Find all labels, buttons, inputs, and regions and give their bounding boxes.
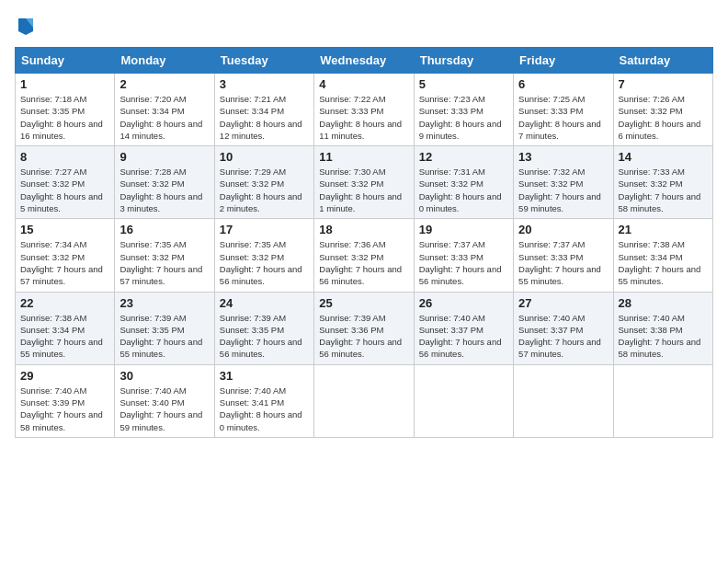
header-sunday: Sunday [16,48,115,74]
calendar-cell: 17Sunrise: 7:35 AM Sunset: 3:32 PM Dayli… [214,219,313,292]
day-info: Sunrise: 7:27 AM Sunset: 3:32 PM Dayligh… [20,166,109,214]
day-number: 15 [20,223,109,236]
day-info: Sunrise: 7:34 AM Sunset: 3:32 PM Dayligh… [20,238,109,287]
day-info: Sunrise: 7:26 AM Sunset: 3:32 PM Dayligh… [619,93,708,142]
calendar-cell: 27Sunrise: 7:40 AM Sunset: 3:37 PM Dayli… [514,292,613,364]
day-number: 30 [119,369,209,383]
day-number: 17 [220,223,309,236]
day-number: 27 [518,296,608,310]
day-number: 11 [319,150,408,164]
logo [15,15,35,40]
calendar-cell: 21Sunrise: 7:38 AM Sunset: 3:34 PM Dayli… [613,219,712,292]
day-info: Sunrise: 7:40 AM Sunset: 3:37 PM Dayligh… [419,312,508,361]
calendar-cell: 22Sunrise: 7:38 AM Sunset: 3:34 PM Dayli… [16,292,115,364]
calendar-week-1: 1Sunrise: 7:18 AM Sunset: 3:35 PM Daylig… [16,74,713,146]
day-info: Sunrise: 7:30 AM Sunset: 3:32 PM Dayligh… [319,166,408,214]
calendar-cell: 26Sunrise: 7:40 AM Sunset: 3:37 PM Dayli… [414,292,513,364]
day-number: 19 [419,223,508,236]
calendar-cell [613,364,712,437]
calendar-cell: 7Sunrise: 7:26 AM Sunset: 3:32 PM Daylig… [613,74,712,146]
day-info: Sunrise: 7:35 AM Sunset: 3:32 PM Dayligh… [119,238,209,287]
day-info: Sunrise: 7:38 AM Sunset: 3:34 PM Dayligh… [20,312,109,361]
day-info: Sunrise: 7:37 AM Sunset: 3:33 PM Dayligh… [419,238,508,287]
header-thursday: Thursday [414,48,513,74]
calendar-cell: 8Sunrise: 7:27 AM Sunset: 3:32 PM Daylig… [16,146,115,219]
calendar-cell: 11Sunrise: 7:30 AM Sunset: 3:32 PM Dayli… [314,146,414,219]
day-info: Sunrise: 7:22 AM Sunset: 3:33 PM Dayligh… [319,93,408,142]
day-number: 31 [220,369,309,383]
calendar-cell: 16Sunrise: 7:35 AM Sunset: 3:32 PM Dayli… [115,219,214,292]
day-number: 9 [119,150,209,164]
day-number: 4 [319,77,408,91]
calendar-cell: 31Sunrise: 7:40 AM Sunset: 3:41 PM Dayli… [214,364,313,437]
header [15,15,713,40]
day-info: Sunrise: 7:31 AM Sunset: 3:32 PM Dayligh… [419,166,508,214]
day-info: Sunrise: 7:35 AM Sunset: 3:32 PM Dayligh… [220,238,309,287]
day-number: 13 [518,150,608,164]
day-number: 12 [419,150,508,164]
calendar-cell: 9Sunrise: 7:28 AM Sunset: 3:32 PM Daylig… [115,146,214,219]
day-number: 28 [619,296,708,310]
header-tuesday: Tuesday [214,48,313,74]
calendar-cell [414,364,513,437]
calendar-cell: 25Sunrise: 7:39 AM Sunset: 3:36 PM Dayli… [314,292,414,364]
calendar-cell: 30Sunrise: 7:40 AM Sunset: 3:40 PM Dayli… [115,364,214,437]
calendar-cell: 28Sunrise: 7:40 AM Sunset: 3:38 PM Dayli… [613,292,712,364]
calendar-cell [514,364,613,437]
day-info: Sunrise: 7:36 AM Sunset: 3:32 PM Dayligh… [319,238,408,287]
day-info: Sunrise: 7:40 AM Sunset: 3:39 PM Dayligh… [20,385,109,433]
day-info: Sunrise: 7:40 AM Sunset: 3:37 PM Dayligh… [518,312,608,361]
day-info: Sunrise: 7:20 AM Sunset: 3:34 PM Dayligh… [119,93,209,142]
calendar-cell: 23Sunrise: 7:39 AM Sunset: 3:35 PM Dayli… [115,292,214,364]
calendar-cell: 15Sunrise: 7:34 AM Sunset: 3:32 PM Dayli… [16,219,115,292]
day-info: Sunrise: 7:38 AM Sunset: 3:34 PM Dayligh… [619,238,708,287]
day-info: Sunrise: 7:40 AM Sunset: 3:41 PM Dayligh… [220,385,309,433]
calendar-cell: 1Sunrise: 7:18 AM Sunset: 3:35 PM Daylig… [16,74,115,146]
day-number: 26 [419,296,508,310]
header-saturday: Saturday [613,48,712,74]
day-info: Sunrise: 7:39 AM Sunset: 3:35 PM Dayligh… [220,312,309,361]
calendar-cell: 2Sunrise: 7:20 AM Sunset: 3:34 PM Daylig… [115,74,214,146]
day-info: Sunrise: 7:23 AM Sunset: 3:33 PM Dayligh… [419,93,508,142]
day-info: Sunrise: 7:33 AM Sunset: 3:32 PM Dayligh… [619,166,708,214]
calendar-cell: 14Sunrise: 7:33 AM Sunset: 3:32 PM Dayli… [613,146,712,219]
day-info: Sunrise: 7:29 AM Sunset: 3:32 PM Dayligh… [220,166,309,214]
day-number: 20 [518,223,608,236]
calendar-week-5: 29Sunrise: 7:40 AM Sunset: 3:39 PM Dayli… [16,364,713,437]
calendar: SundayMondayTuesdayWednesdayThursdayFrid… [15,47,713,438]
calendar-cell [314,364,414,437]
calendar-week-4: 22Sunrise: 7:38 AM Sunset: 3:34 PM Dayli… [16,292,713,364]
calendar-cell: 24Sunrise: 7:39 AM Sunset: 3:35 PM Dayli… [214,292,313,364]
day-number: 6 [518,77,608,91]
day-info: Sunrise: 7:18 AM Sunset: 3:35 PM Dayligh… [20,93,109,142]
calendar-cell: 5Sunrise: 7:23 AM Sunset: 3:33 PM Daylig… [414,74,513,146]
calendar-week-2: 8Sunrise: 7:27 AM Sunset: 3:32 PM Daylig… [16,146,713,219]
day-info: Sunrise: 7:21 AM Sunset: 3:34 PM Dayligh… [220,93,309,142]
day-number: 5 [419,77,508,91]
day-number: 22 [20,296,109,310]
day-info: Sunrise: 7:37 AM Sunset: 3:33 PM Dayligh… [518,238,608,287]
day-info: Sunrise: 7:39 AM Sunset: 3:36 PM Dayligh… [319,312,408,361]
day-info: Sunrise: 7:25 AM Sunset: 3:33 PM Dayligh… [518,93,608,142]
header-friday: Friday [514,48,613,74]
calendar-header-row: SundayMondayTuesdayWednesdayThursdayFrid… [16,48,713,74]
day-number: 2 [119,77,209,91]
day-info: Sunrise: 7:40 AM Sunset: 3:38 PM Dayligh… [619,312,708,361]
day-number: 18 [319,223,408,236]
day-number: 14 [619,150,708,164]
calendar-cell: 29Sunrise: 7:40 AM Sunset: 3:39 PM Dayli… [16,364,115,437]
day-number: 10 [220,150,309,164]
day-number: 16 [119,223,209,236]
calendar-cell: 20Sunrise: 7:37 AM Sunset: 3:33 PM Dayli… [514,219,613,292]
calendar-cell: 12Sunrise: 7:31 AM Sunset: 3:32 PM Dayli… [414,146,513,219]
day-info: Sunrise: 7:28 AM Sunset: 3:32 PM Dayligh… [119,166,209,214]
day-number: 8 [20,150,109,164]
day-number: 21 [619,223,708,236]
day-info: Sunrise: 7:32 AM Sunset: 3:32 PM Dayligh… [518,166,608,214]
day-number: 25 [319,296,408,310]
calendar-cell: 18Sunrise: 7:36 AM Sunset: 3:32 PM Dayli… [314,219,414,292]
day-number: 29 [20,369,109,383]
day-number: 7 [619,77,708,91]
day-info: Sunrise: 7:40 AM Sunset: 3:40 PM Dayligh… [119,385,209,433]
calendar-cell: 4Sunrise: 7:22 AM Sunset: 3:33 PM Daylig… [314,74,414,146]
